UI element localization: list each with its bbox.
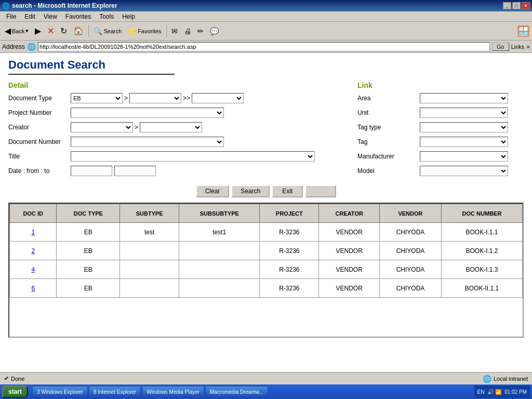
tag-select[interactable] bbox=[420, 137, 508, 147]
doc-type-label: Document Type bbox=[8, 95, 71, 102]
stop-button[interactable]: ✕ bbox=[45, 24, 57, 38]
manufacturer-row: Manufacturer bbox=[357, 151, 524, 162]
home-button[interactable]: 🏠 bbox=[71, 24, 86, 38]
doc-id-link[interactable]: 4 bbox=[31, 266, 35, 273]
taskbar-item[interactable]: Windows Media Player bbox=[142, 386, 204, 397]
cell-creator: VENDOR bbox=[319, 279, 380, 298]
local-intranet-text: Local intranet bbox=[494, 376, 528, 382]
cell-vendor: CHIYODA bbox=[380, 279, 442, 298]
project-number-label: Project Number bbox=[8, 109, 71, 116]
taskbar-item[interactable]: 3 Windows Explorer bbox=[32, 386, 88, 397]
model-select[interactable] bbox=[420, 166, 508, 176]
status-text: Done bbox=[11, 376, 24, 382]
cell-subtype: test bbox=[120, 223, 179, 242]
results-container[interactable]: DOC ID DOC TYPE SUBTYPE SUBSUBTYPE PROJE… bbox=[8, 203, 524, 338]
project-number-row: Project Number bbox=[8, 107, 347, 118]
menu-favorites[interactable]: Favorites bbox=[61, 12, 95, 21]
doc-id-link[interactable]: 1 bbox=[31, 229, 35, 236]
mail-button[interactable]: ✉ bbox=[169, 24, 180, 38]
cell-doc-id[interactable]: 4 bbox=[10, 260, 57, 279]
favorites-button[interactable]: ⭐ Favorites bbox=[125, 24, 164, 38]
doc-number-select[interactable] bbox=[71, 137, 224, 147]
menu-tools[interactable]: Tools bbox=[95, 12, 118, 21]
col-doc-number: DOC NUMBER bbox=[441, 204, 522, 223]
cell-creator: VENDOR bbox=[319, 242, 380, 260]
menu-view[interactable]: View bbox=[39, 12, 61, 21]
tag-type-label: Tag type bbox=[357, 124, 420, 131]
creator-row: Creator > bbox=[8, 122, 347, 133]
cell-doc-id[interactable]: 2 bbox=[10, 242, 57, 260]
table-header-row: DOC ID DOC TYPE SUBTYPE SUBSUBTYPE PROJE… bbox=[10, 204, 523, 223]
print-icon: 🖨 bbox=[184, 27, 191, 35]
home-icon: 🏠 bbox=[73, 26, 84, 36]
title-divider bbox=[8, 74, 175, 75]
taskbar-time: 01:02 PM bbox=[504, 389, 527, 395]
menu-help[interactable]: Help bbox=[118, 12, 139, 21]
search-button[interactable]: Search bbox=[231, 185, 270, 197]
area-row: Area bbox=[357, 92, 524, 104]
unit-select[interactable] bbox=[420, 108, 508, 118]
cell-doc-id[interactable]: 6 bbox=[10, 279, 57, 298]
toolbar: ◀ Back ▾ ▶ ✕ ↻ 🏠 🔍 Search ⭐ Favorites ✉ … bbox=[0, 22, 532, 41]
creator-arrow: > bbox=[135, 124, 138, 131]
refresh-button[interactable]: ↻ bbox=[58, 24, 70, 38]
forward-button[interactable]: ▶ bbox=[32, 24, 44, 38]
address-label: Address bbox=[2, 43, 25, 50]
print-button[interactable]: 🖨 bbox=[181, 24, 194, 38]
taskbar-item[interactable]: Macromedia Dreamw... bbox=[205, 386, 268, 397]
cell-doc-id[interactable]: 1 bbox=[10, 223, 57, 242]
discuss-button[interactable]: 💬 bbox=[207, 24, 221, 38]
doc-number-row: Document Number bbox=[8, 136, 347, 148]
address-input[interactable] bbox=[38, 42, 490, 51]
doc-type-select[interactable]: EB bbox=[71, 93, 123, 103]
creator-select[interactable] bbox=[71, 122, 133, 132]
col-project: PROJECT bbox=[260, 204, 319, 223]
date-from-input[interactable] bbox=[71, 166, 112, 176]
cell-subsubtype bbox=[179, 242, 260, 260]
table-row: 4 EB R-3236 VENDOR CHIYODA BOOK-I.1.3 bbox=[10, 260, 523, 279]
minimize-button[interactable]: _ bbox=[503, 2, 511, 9]
cell-creator: VENDOR bbox=[319, 260, 380, 279]
start-button[interactable]: start bbox=[2, 385, 28, 398]
back-button[interactable]: ◀ Back ▾ bbox=[2, 24, 31, 38]
links-button[interactable]: Links bbox=[511, 44, 525, 50]
manufacturer-select[interactable] bbox=[420, 151, 508, 162]
extra-button[interactable] bbox=[305, 185, 336, 197]
close-button[interactable]: × bbox=[522, 2, 530, 9]
area-select[interactable] bbox=[420, 93, 508, 103]
tag-label: Tag bbox=[357, 138, 420, 145]
doc-subtype-select[interactable] bbox=[129, 93, 181, 103]
title-row: Title bbox=[8, 151, 347, 162]
language-indicator: EN bbox=[477, 389, 485, 395]
toolbar-separator bbox=[88, 25, 89, 37]
link-label: Link bbox=[357, 81, 524, 89]
doc-id-link[interactable]: 2 bbox=[31, 247, 35, 255]
table-row: 6 EB R-3236 VENDOR CHIYODA BOOK-II.1.1 bbox=[10, 279, 523, 298]
doc-id-link[interactable]: 6 bbox=[31, 285, 35, 292]
date-to-input[interactable] bbox=[114, 166, 156, 176]
tag-type-select[interactable] bbox=[420, 122, 508, 132]
creator-value-select[interactable] bbox=[140, 122, 202, 132]
cell-doc-type: EB bbox=[57, 242, 120, 260]
search-toolbar-icon: 🔍 bbox=[94, 27, 102, 35]
edit-button[interactable]: ✏ bbox=[195, 24, 206, 38]
search-toolbar-button[interactable]: 🔍 Search bbox=[91, 24, 124, 38]
menu-edit[interactable]: Edit bbox=[20, 12, 39, 21]
cell-vendor: CHIYODA bbox=[380, 223, 442, 242]
favorites-icon: ⭐ bbox=[128, 27, 137, 35]
menu-file[interactable]: File bbox=[2, 12, 20, 21]
table-row: 2 EB R-3236 VENDOR CHIYODA BOOK-I.1.2 bbox=[10, 242, 523, 260]
maximize-button[interactable]: □ bbox=[512, 2, 521, 9]
project-number-select[interactable] bbox=[71, 108, 224, 118]
taskbar-item[interactable]: 8 Internet Explorer bbox=[89, 386, 141, 397]
cell-project: R-3236 bbox=[260, 279, 319, 298]
discuss-icon: 💬 bbox=[210, 27, 219, 35]
title-select[interactable] bbox=[71, 151, 315, 162]
clear-button[interactable]: Clear bbox=[196, 185, 230, 197]
window-title: search - Microsoft Internet Explorer bbox=[12, 2, 117, 9]
exit-button[interactable]: Exit bbox=[272, 185, 303, 197]
toolbar-separator2 bbox=[166, 25, 167, 37]
doc-subsubtype-select[interactable] bbox=[192, 93, 244, 103]
go-button[interactable]: Go bbox=[492, 43, 509, 51]
results-table: DOC ID DOC TYPE SUBTYPE SUBSUBTYPE PROJE… bbox=[9, 204, 523, 298]
